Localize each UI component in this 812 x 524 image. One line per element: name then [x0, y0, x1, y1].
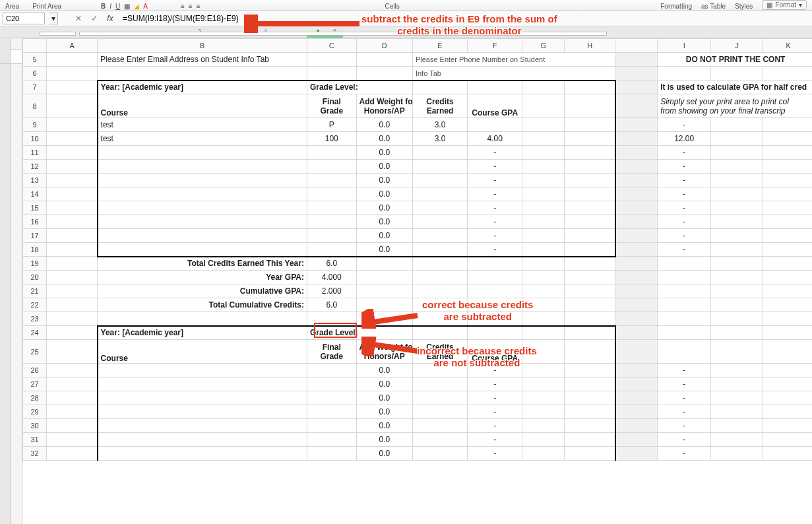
cell[interactable]: test — [98, 132, 307, 146]
cell[interactable]: Add Weight forHonors/AP — [356, 94, 412, 118]
cell[interactable]: It is used to calculate GPA for half cre… — [658, 81, 812, 94]
cell[interactable]: Year: [Academic year] — [98, 81, 307, 94]
row-header[interactable]: 6 — [23, 67, 47, 81]
col-header[interactable]: G — [522, 39, 565, 53]
row-header[interactable]: 24 — [23, 326, 47, 340]
cell[interactable]: 0.0 — [356, 377, 412, 391]
active-cell[interactable]: 4.000 — [307, 271, 356, 284]
row-header[interactable]: 13 — [23, 174, 47, 187]
cell[interactable]: - — [468, 243, 522, 257]
cell[interactable]: Info Tab — [412, 67, 615, 81]
cell[interactable]: Year GPA: — [98, 271, 307, 284]
cell[interactable]: 6.0 — [307, 257, 356, 271]
cell[interactable]: - — [468, 433, 522, 447]
col-header[interactable]: I — [658, 39, 711, 53]
row-header[interactable]: 5 — [23, 53, 47, 67]
cell[interactable]: - — [468, 447, 522, 461]
ribbon-label[interactable]: Styles — [735, 3, 753, 10]
cell[interactable]: 0.0 — [356, 419, 412, 433]
fx-button[interactable]: fx — [104, 14, 116, 23]
row-header[interactable]: 22 — [23, 298, 47, 312]
name-box[interactable] — [3, 13, 45, 24]
cell[interactable]: - — [658, 377, 711, 391]
cell[interactable]: 4.00 — [468, 132, 522, 146]
cell[interactable]: - — [658, 419, 711, 433]
cell[interactable]: 0.0 — [356, 201, 412, 215]
cell[interactable]: - — [468, 419, 522, 433]
cell[interactable]: test — [98, 118, 307, 132]
cell[interactable]: - — [658, 447, 711, 461]
align-center-icon[interactable]: ≡ — [189, 3, 193, 10]
row-header[interactable]: 7 — [23, 81, 47, 94]
cell[interactable]: 0.0 — [356, 405, 412, 419]
cell[interactable]: Year: [Academic year] — [98, 326, 307, 340]
cell[interactable]: Grade Level: — [307, 81, 412, 94]
format-dropdown[interactable]: ▦ Format ▾ — [762, 0, 807, 10]
cell[interactable]: - — [658, 405, 711, 419]
row-header[interactable]: 8 — [23, 94, 47, 118]
row-header[interactable]: 9 — [23, 118, 47, 132]
cell[interactable]: 12.00 — [658, 132, 711, 146]
cell[interactable]: - — [468, 174, 522, 187]
cell[interactable]: Please Enter Email Address on Student In… — [98, 53, 307, 67]
ribbon-label[interactable]: Cells — [385, 3, 400, 10]
cell[interactable]: Course — [98, 94, 307, 118]
row-header[interactable]: 23 — [23, 312, 47, 326]
row-header[interactable]: 14 — [23, 187, 47, 201]
cell[interactable]: Add Weight forHonors/AP — [356, 340, 412, 364]
cell[interactable]: Simply set your print area to print colf… — [658, 94, 812, 118]
cell[interactable]: - — [468, 364, 522, 377]
cancel-formula-button[interactable]: ✕ — [73, 14, 84, 23]
select-all-corner[interactable] — [23, 39, 47, 53]
cell[interactable]: 100 — [307, 132, 356, 146]
row-header[interactable]: 21 — [23, 284, 47, 298]
ribbon-label[interactable]: Print Area — [32, 3, 61, 10]
cell[interactable]: - — [468, 160, 522, 174]
cell[interactable]: 0.0 — [356, 160, 412, 174]
ribbon-label[interactable]: as Table — [701, 3, 726, 10]
align-left-icon[interactable]: ≡ — [181, 3, 185, 10]
cell[interactable]: 0.0 — [356, 447, 412, 461]
cell[interactable]: - — [468, 215, 522, 229]
row-header[interactable]: 32 — [23, 447, 47, 461]
font-color-icon[interactable]: A — [143, 3, 148, 10]
cell[interactable]: - — [468, 146, 522, 160]
row-header[interactable]: 18 — [23, 243, 47, 257]
cell[interactable]: Course GPA — [468, 94, 522, 118]
cell[interactable]: - — [468, 201, 522, 215]
cell[interactable]: 0.0 — [356, 174, 412, 187]
row-header[interactable]: 25 — [23, 340, 47, 364]
cell[interactable]: - — [468, 187, 522, 201]
cell[interactable]: 0.0 — [356, 132, 412, 146]
cell[interactable]: 0.0 — [356, 243, 412, 257]
cell[interactable]: 0.0 — [356, 364, 412, 377]
cell[interactable]: 0.0 — [356, 215, 412, 229]
cell[interactable]: - — [658, 364, 711, 377]
col-header[interactable]: F — [468, 39, 522, 53]
col-header[interactable]: A — [47, 39, 98, 53]
ribbon-label[interactable]: Formatting — [660, 3, 692, 10]
col-header[interactable]: E — [412, 39, 467, 53]
cell[interactable]: Grade Level: — [307, 326, 412, 340]
cell[interactable]: - — [658, 201, 711, 215]
col-header[interactable]: C — [307, 39, 356, 53]
cell[interactable]: 0.0 — [356, 433, 412, 447]
cell[interactable]: Total Credits Earned This Year: — [98, 257, 307, 271]
spreadsheet-grid[interactable]: A B C D E F G H I J K 5 Please Enter Ema… — [22, 38, 812, 524]
underline-icon[interactable]: U — [115, 3, 120, 10]
cell[interactable]: DO NOT PRINT THE CONT — [658, 53, 812, 67]
row-header[interactable]: 20 — [23, 271, 47, 284]
cell[interactable]: P — [307, 118, 356, 132]
cell[interactable]: 3.0 — [412, 118, 467, 132]
cell[interactable]: - — [658, 391, 711, 405]
row-header[interactable]: 16 — [23, 215, 47, 229]
cell[interactable]: - — [658, 118, 711, 132]
cell[interactable]: 0.0 — [356, 187, 412, 201]
row-header[interactable]: 30 — [23, 419, 47, 433]
cell[interactable]: - — [468, 229, 522, 243]
row-header[interactable]: 27 — [23, 377, 47, 391]
row-header[interactable]: 29 — [23, 405, 47, 419]
cell[interactable]: Cumulative GPA: — [98, 284, 307, 298]
cell[interactable]: Total Cumulative Credits: — [98, 298, 307, 312]
row-header[interactable]: 11 — [23, 146, 47, 160]
